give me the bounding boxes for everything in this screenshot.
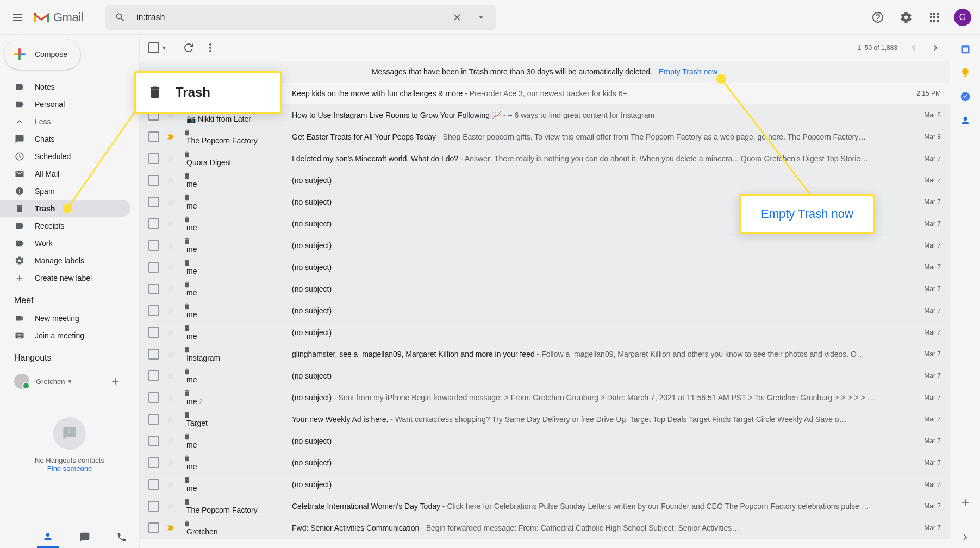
sidebar-item-all-mail[interactable]: All Mail [0, 165, 130, 182]
meet-item-join-a-meeting[interactable]: Join a meeting [0, 327, 130, 344]
sidebar-item-receipts[interactable]: Receipts [0, 217, 130, 235]
row-checkbox[interactable] [148, 479, 159, 490]
row-checkbox[interactable] [148, 327, 159, 338]
row-checkbox[interactable] [148, 284, 159, 294]
star-icon[interactable] [166, 327, 177, 337]
row-checkbox[interactable] [148, 349, 159, 360]
clear-search-icon[interactable] [445, 5, 469, 29]
row-checkbox[interactable] [148, 153, 159, 164]
empty-trash-link[interactable]: Empty Trash now [659, 67, 717, 76]
row-checkbox[interactable] [148, 370, 159, 381]
row-checkbox[interactable] [148, 240, 159, 251]
mail-row[interactable]: me(no subject)Mar 7 [140, 322, 950, 343]
star-icon[interactable] [166, 284, 177, 294]
row-checkbox[interactable] [148, 457, 159, 468]
contacts-addon-icon[interactable] [960, 115, 971, 126]
mail-row[interactable]: GretchenFwd: Senior Activities Communica… [140, 517, 950, 539]
mail-row[interactable]: me(no subject)Mar 7 [140, 235, 950, 256]
mail-row[interactable]: 📷 Nikki from LaterHow to Use Instagram L… [140, 104, 950, 126]
get-addons-button[interactable] [960, 497, 971, 508]
sidebar-item-chats[interactable]: Chats [0, 130, 130, 148]
star-icon[interactable] [166, 458, 177, 468]
mail-row[interactable]: me(no subject)Mar 7 [140, 256, 950, 278]
tasks-addon-icon[interactable] [960, 91, 971, 102]
sidebar-item-manage-labels[interactable]: Manage labels [0, 252, 130, 269]
meet-item-new-meeting[interactable]: New meeting [0, 310, 130, 327]
mail-row[interactable]: me(no subject)Mar 7 [140, 452, 950, 474]
keep-addon-icon[interactable] [960, 67, 971, 78]
hangouts-tab-phone[interactable] [111, 526, 133, 548]
row-checkbox[interactable] [148, 131, 159, 142]
mail-list[interactable]: Keep kids on the move with fun challenge… [140, 83, 950, 548]
more-button[interactable] [199, 37, 221, 59]
row-checkbox[interactable] [148, 262, 159, 273]
mail-row[interactable]: me(no subject)Mar 7 [140, 213, 950, 235]
star-icon[interactable] [166, 262, 177, 272]
star-icon[interactable] [166, 197, 177, 207]
star-icon[interactable] [166, 154, 177, 163]
search-input[interactable] [132, 12, 445, 22]
compose-button[interactable]: Compose [4, 39, 80, 70]
select-dropdown-icon[interactable]: ▼ [161, 45, 167, 51]
new-hangout-button[interactable] [105, 371, 125, 391]
mail-row[interactable]: me2(no subject) - Sent from my iPhone Be… [140, 387, 950, 408]
hangouts-self-row[interactable]: Gretchen ▼ [0, 367, 139, 395]
sidebar-item-scheduled[interactable]: Scheduled [0, 148, 130, 165]
star-icon[interactable] [166, 306, 177, 316]
mail-row[interactable]: me(no subject)Mar 7 [140, 474, 950, 495]
star-icon[interactable] [166, 371, 177, 381]
sidebar-item-work[interactable]: Work [0, 235, 130, 252]
gmail-logo[interactable]: Gmail [33, 10, 83, 24]
calendar-addon-icon[interactable] [960, 43, 971, 54]
row-checkbox[interactable] [148, 88, 159, 99]
sidebar-item-personal[interactable]: Personal [0, 96, 130, 113]
star-icon[interactable] [166, 414, 177, 424]
mail-row[interactable]: Keep kids on the move with fun challenge… [140, 83, 950, 104]
mail-row[interactable]: me(no subject)Mar 7 [140, 169, 950, 191]
star-icon[interactable] [166, 219, 177, 229]
prev-page-button[interactable] [908, 42, 919, 53]
mail-row[interactable]: TargetYour new Weekly Ad is here. - Want… [140, 408, 950, 430]
mail-row[interactable]: me(no subject)Mar 7 [140, 278, 950, 300]
sidebar-item-less[interactable]: Less [0, 113, 130, 130]
hangouts-dropdown-icon[interactable]: ▼ [67, 379, 72, 385]
select-all-checkbox[interactable] [148, 42, 159, 53]
collapse-panel-button[interactable] [960, 532, 971, 543]
row-checkbox[interactable] [148, 218, 159, 229]
star-icon[interactable] [166, 393, 177, 402]
star-icon[interactable] [166, 110, 177, 120]
star-icon[interactable] [166, 241, 177, 250]
row-checkbox[interactable] [148, 436, 159, 446]
hangouts-tab-chat[interactable] [74, 526, 96, 548]
star-icon[interactable] [166, 501, 177, 511]
row-checkbox[interactable] [148, 501, 159, 512]
star-icon[interactable] [166, 349, 177, 359]
support-button[interactable] [865, 4, 891, 30]
row-checkbox[interactable] [148, 175, 159, 186]
search-icon[interactable] [108, 5, 132, 29]
sidebar-item-spam[interactable]: Spam [0, 182, 130, 200]
row-checkbox[interactable] [148, 197, 159, 207]
star-icon[interactable] [166, 89, 177, 98]
apps-button[interactable] [921, 4, 947, 30]
important-marker-icon[interactable] [166, 523, 177, 533]
mail-row[interactable]: The Popcorn FactoryGet Easter Treats for… [140, 126, 950, 148]
mail-row[interactable]: me(no subject)Mar 7 [140, 430, 950, 452]
row-checkbox[interactable] [148, 522, 159, 533]
star-icon[interactable] [166, 480, 177, 489]
next-page-button[interactable] [930, 42, 941, 53]
star-icon[interactable] [166, 175, 177, 185]
search-bar[interactable] [105, 5, 496, 30]
mail-row[interactable]: me(no subject)Mar 7 [140, 365, 950, 387]
mail-row[interactable]: Quora DigestI deleted my son's Minecraft… [140, 148, 950, 169]
mail-row[interactable]: The Popcorn FactoryCelebrate Internation… [140, 495, 950, 517]
mail-row[interactable]: me(no subject)Mar 7 [140, 191, 950, 213]
main-menu-button[interactable] [4, 4, 30, 30]
row-checkbox[interactable] [148, 305, 159, 316]
important-marker-icon[interactable] [166, 132, 177, 142]
row-checkbox[interactable] [148, 110, 159, 121]
mail-row[interactable]: Instagramglinghamster, see a_magellan09,… [140, 343, 950, 365]
hangouts-tab-person[interactable] [37, 526, 59, 548]
row-checkbox[interactable] [148, 414, 159, 425]
sidebar-item-create-new-label[interactable]: Create new label [0, 269, 130, 287]
